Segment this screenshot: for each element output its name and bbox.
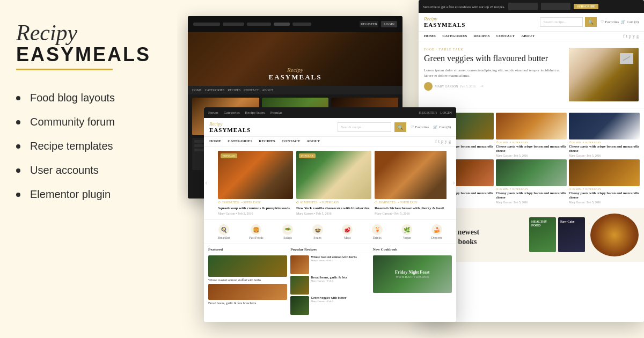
feature-item-elementor: Elementor plugin [16, 188, 161, 201]
sc3-logo: Recipy EASYMEALS [424, 16, 465, 28]
cat-desserts[interactable]: 🍰 Desserts [431, 224, 442, 239]
sc3-search-box[interactable]: Search recipe... [540, 17, 583, 27]
sc2-register-link: REGISTER [419, 111, 437, 115]
pop-title: Whole roasted salmon with herbs [311, 255, 357, 259]
sc3-categories-nav: CATEGORIES [442, 34, 467, 39]
feature-label-food-blog: Food blog layouts [30, 92, 115, 104]
cookbook-col: New Cookbook Friday Night Feast WITH HAP… [373, 247, 452, 315]
cookie-image [590, 214, 639, 256]
article-body: Lorem ipsum dolor sit amet, consectetadi… [424, 68, 565, 79]
sc2-popular-link: Popular [270, 111, 282, 115]
cat-fastfoods-label: Fast Foods [249, 236, 263, 239]
search-placeholder: Search recipe... [341, 125, 364, 129]
related-title-2: Cheesy pasta with crispy bacon and mozza… [496, 144, 567, 153]
sc2-header: Recipy EASYMEALS Search recipe... 🔍 ♡ Fa… [204, 118, 456, 137]
related-meta-6: Mary Garson · Feb 5, 2016 [569, 201, 640, 204]
sc2-about-nav: ABOUT [306, 139, 320, 144]
sc2-categories-nav: CATEGORIES [228, 139, 252, 144]
cat-meat[interactable]: 🥩 Meat [342, 224, 353, 239]
popular-recipes-col: Popular Recipes Whole roasted salmon wit… [290, 247, 369, 315]
related-img-3 [569, 113, 640, 139]
favorites-link: ♡ Favorites [411, 125, 429, 129]
featured-col: Featured Whole roasted salmon stuffed wi… [208, 247, 287, 315]
pop-meta: Mary Garson • Feb 5 [311, 259, 357, 262]
card3-author: Mary Garson • Feb 5, 2016 [375, 212, 447, 215]
article-hero-image [569, 48, 639, 101]
card1-image: POPULAR [218, 151, 293, 199]
search-button[interactable]: 🔍 [394, 122, 406, 132]
cat-salads-label: Salads [283, 236, 292, 239]
cat-drinks[interactable]: 🍹 Drinks [372, 224, 383, 239]
sc2-topbar: Forum Categories Recipe Index Popular RE… [204, 107, 456, 118]
sc3-contact-nav: CONTACT [496, 34, 515, 39]
pop-meta: Mary Garson • Feb 5 [311, 280, 347, 282]
featured-title: Featured [208, 247, 287, 253]
cat-soups-icon: 🍲 [312, 224, 323, 235]
card1-author: Mary Garson • Feb 5, 2016 [218, 212, 293, 215]
pop-meta: Mary Garson • Feb 5 [311, 300, 346, 303]
sc3-social-links: f t p y g [623, 34, 639, 39]
sc2-recipes-nav: RECIPES [259, 139, 275, 144]
recipe-card-2: POPULAR ⏱ 60 MINUTES · ★ SUPER EASY New … [296, 151, 371, 215]
sc3-recipes-nav: RECIPES [473, 34, 489, 39]
cat-vegan-icon: 🌿 [401, 224, 412, 235]
related-badge-3: ⏱ 35 MIN · ★ SUPER EASY [569, 141, 640, 144]
sc3-search-button[interactable]: 🔍 [585, 17, 597, 27]
sc3-favorites: ♡ Favorites [601, 20, 619, 24]
feature-label-user-accounts: User accounts [30, 164, 99, 177]
cookbook-name: Friday Night Feast [395, 270, 429, 275]
subscribe-button[interactable]: SUBSCRIBE [574, 4, 598, 9]
sc2-recipeidx-link: Recipe Index [245, 111, 265, 115]
feature-label-elementor: Elementor plugin [30, 188, 111, 201]
book-covers: HEALTHY FOOD Raw Cake [529, 217, 585, 252]
sc2-categories-link: Categories [224, 111, 240, 115]
feature-label-recipe-templates: Recipe templates [30, 140, 113, 152]
subscribe-text: Subscribe to get a free eCookbook with o… [423, 5, 505, 9]
cat-meat-label: Meat [344, 236, 350, 239]
your-name-input[interactable] [508, 3, 538, 10]
cat-vegan[interactable]: 🌿 Vegan [401, 224, 412, 239]
author-name: MARY GARSON [435, 85, 458, 88]
sc1-nav: HOME CATEGORIES RECIPES CONTACT ABOUT [188, 86, 402, 94]
pop-title: Green veggies with butter [311, 296, 346, 300]
cat-soups[interactable]: 🍲 Soups [312, 224, 323, 239]
book-cover-2: Raw Cake [558, 217, 585, 252]
related-img-6 [569, 159, 640, 186]
cat-fastfoods-icon: 🍔 [251, 224, 261, 235]
cookbook-title: New Cookbook [373, 247, 452, 253]
recipe-card-3: ⏱ 30 MINUTES · ★ SUPER EASY Roasted chic… [375, 151, 447, 215]
cat-fastfoods[interactable]: 🍔 Fast Foods [249, 224, 263, 239]
related-badge-6: ⏱ 35 MIN · ★ SUPER EASY [569, 188, 640, 190]
feature-item-community-forum: Community forum [16, 116, 161, 128]
sc2-forum-link: Forum [208, 111, 218, 115]
share-icon[interactable]: ⇥ [480, 84, 484, 89]
card3-image [375, 151, 447, 199]
related-title-5: Cheesy pasta with crispy bacon and mozza… [496, 191, 567, 200]
sc2-nav: HOME CATEGORIES RECIPES CONTACT ABOUT f … [204, 137, 456, 146]
related-meta-5: Mary Garson · Feb 5, 2016 [496, 201, 567, 204]
sc2-home-nav: HOME [209, 139, 221, 144]
cat-salads-icon: 🥗 [282, 224, 293, 235]
sc3-nav: HOME CATEGORIES RECIPES CONTACT ABOUT f … [419, 32, 644, 41]
popular-recipe-row: Broad beans, garlic & feta Mary Garson •… [290, 276, 369, 295]
featured-text-2: Broad beans, garlic & feta bruschetta [208, 302, 287, 305]
logo-underline [16, 69, 113, 70]
logo-script: Recipy [16, 21, 161, 44]
related-img-2 [496, 113, 567, 139]
card2-meta: ⏱ 60 MINUTES · ★ SUPER EASY [296, 201, 371, 204]
bullet-icon [16, 96, 20, 100]
prev-arrow[interactable]: ‹ [205, 179, 208, 187]
article-author: MARY GARSON Feb 5, 2016 ⇥ [424, 82, 565, 91]
sc2-cards-container: ‹ › POPULAR ⏱ 35 MINUTES · ★ SUPER EASY … [204, 146, 456, 219]
sc3-logo-main: EASYMEALS [424, 21, 465, 28]
your-email-input[interactable] [541, 3, 570, 10]
sc1-logo-overlay: Recipy EASYMEALS [269, 67, 322, 82]
sc3-header-actions: Search recipe... 🔍 ♡ Favorites 🛒 Cart (0… [540, 17, 639, 27]
next-arrow[interactable]: › [452, 179, 455, 187]
cat-breakfast[interactable]: 🍳 Breakfast [218, 224, 230, 239]
card1-title: Squash soup with croutons & pumpkin seed… [218, 206, 293, 211]
feature-label-community-forum: Community forum [30, 116, 115, 128]
sc3-about-nav: ABOUT [521, 34, 535, 39]
related-item-3: ⏱ 35 MIN · ★ SUPER EASY Cheesy pasta wit… [569, 113, 640, 157]
cat-salads[interactable]: 🥗 Salads [282, 224, 293, 239]
